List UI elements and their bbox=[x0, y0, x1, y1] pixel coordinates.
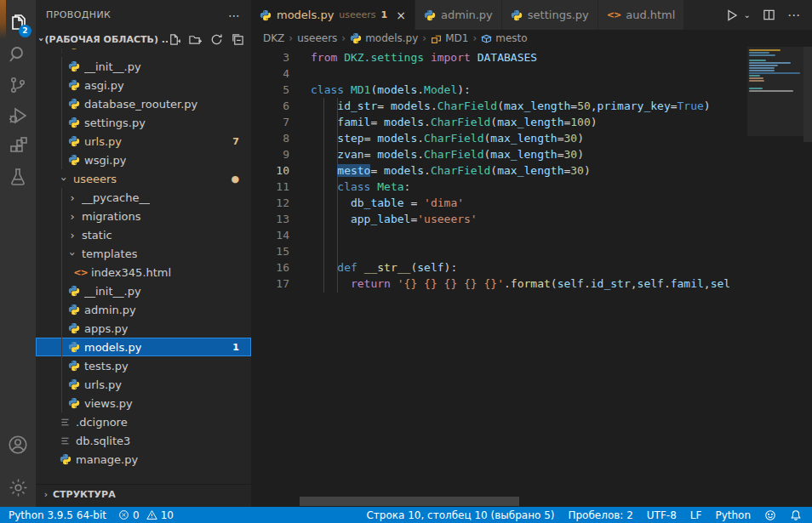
minimap-line bbox=[749, 80, 764, 82]
tree-item--dcignore[interactable]: .dcignore bbox=[36, 412, 251, 431]
activity-bar-search[interactable] bbox=[0, 39, 36, 70]
views-more-actions-icon[interactable]: ⋯ bbox=[228, 9, 241, 22]
tree-item-templates[interactable]: ›templates bbox=[36, 244, 251, 263]
tab-admin-py[interactable]: admin.py bbox=[415, 0, 502, 30]
tree-item-tests-py[interactable]: tests.py bbox=[36, 356, 251, 375]
tree-item-index345-html[interactable]: <>index345.html bbox=[36, 263, 251, 281]
tree-item-label: .dcignore bbox=[76, 416, 128, 429]
tree-item-useeers[interactable]: ›useeers● bbox=[36, 169, 251, 188]
code-line-3: from DKZ.settings import DATABASES bbox=[311, 49, 747, 65]
tree-item-urls-py[interactable]: urls.py bbox=[36, 375, 251, 394]
run-dropdown-chevron-icon[interactable]: ⌄ bbox=[744, 10, 751, 20]
new-file-icon[interactable] bbox=[168, 33, 180, 46]
activity-bar-explorer[interactable]: 2 bbox=[0, 9, 36, 39]
line-number: 3 bbox=[251, 49, 289, 65]
activity-bar-source-control[interactable] bbox=[0, 70, 36, 100]
tree-item-static[interactable]: ›static bbox=[36, 225, 251, 244]
activity-bar-manage-gear[interactable] bbox=[0, 472, 36, 503]
python-file-icon bbox=[66, 304, 81, 316]
generic-file-icon bbox=[58, 435, 72, 446]
outline-section-header[interactable]: › СТРУКТУРА bbox=[36, 484, 251, 503]
status-encoding[interactable]: UTF-8 bbox=[647, 509, 677, 521]
new-folder-icon[interactable] bbox=[189, 33, 202, 46]
code-line-15 bbox=[311, 243, 747, 259]
tree-item-indexelement[interactable]: indexelement bbox=[36, 48, 251, 57]
manage-gear-icon bbox=[8, 477, 29, 498]
tree-item-manage-py[interactable]: manage.py bbox=[36, 450, 251, 469]
status-label: UTF-8 bbox=[647, 509, 677, 521]
minimap[interactable] bbox=[747, 47, 803, 507]
indent-guide bbox=[61, 225, 62, 244]
tree-item-migrations[interactable]: ›migrations bbox=[36, 207, 251, 225]
tree-item-label: urls.py bbox=[84, 135, 122, 148]
editor-group: models.pyuseeers1×admin.pysettings.py<>a… bbox=[251, 0, 812, 507]
indent-guide bbox=[61, 151, 62, 169]
tree-item-models-py[interactable]: models.py1 bbox=[36, 338, 251, 356]
editor-actions: ⌄ ⋯ bbox=[713, 0, 812, 30]
source-control-icon bbox=[8, 75, 28, 95]
tree-item-settings-py[interactable]: settings.py bbox=[36, 113, 251, 132]
run-python-file-button[interactable] bbox=[725, 9, 739, 22]
breadcrumb-mesto[interactable]: mesto bbox=[481, 32, 527, 44]
collapse-all-icon[interactable] bbox=[232, 33, 244, 46]
code-line-16: def __str__(self): bbox=[311, 259, 747, 276]
warnings-icon bbox=[146, 509, 157, 520]
search-icon bbox=[8, 44, 28, 65]
tree-item-label: templates bbox=[82, 247, 137, 260]
tree-item-asgi-py[interactable]: asgi.py bbox=[36, 76, 251, 94]
tree-item--pycache-[interactable]: ›__pycache__ bbox=[36, 188, 251, 207]
refresh-icon[interactable] bbox=[210, 33, 223, 46]
split-editor-button[interactable] bbox=[763, 9, 775, 21]
tab-aud-html[interactable]: <>aud.html bbox=[598, 0, 685, 30]
breadcrumb-dkz[interactable]: DKZ bbox=[263, 32, 284, 44]
activity-bar-extensions[interactable] bbox=[0, 131, 36, 162]
code-line-8: step= models.CharField(max_length=30) bbox=[311, 130, 747, 146]
status-feedback[interactable] bbox=[764, 509, 776, 521]
close-icon[interactable]: × bbox=[396, 9, 406, 22]
status-indentation[interactable]: Пробелов: 2 bbox=[568, 509, 632, 521]
vertical-scrollbar[interactable] bbox=[803, 47, 812, 142]
tree-item-db-sqlite3[interactable]: db.sqlite3 bbox=[36, 431, 251, 450]
tab-settings-py[interactable]: settings.py bbox=[502, 0, 598, 30]
status-notifications[interactable] bbox=[790, 509, 802, 521]
python-file-icon bbox=[424, 9, 436, 21]
code-lines: from DKZ.settings import DATABASESclass … bbox=[311, 49, 747, 292]
python-file-icon bbox=[66, 154, 81, 166]
selected-text: mesto bbox=[337, 164, 370, 177]
breadcrumb-separator: › bbox=[341, 32, 346, 44]
line-number: 6 bbox=[251, 98, 289, 114]
tree-item-apps-py[interactable]: apps.py bbox=[36, 319, 251, 338]
activity-bar-accounts[interactable] bbox=[0, 429, 36, 460]
status-eol[interactable]: LF bbox=[690, 509, 702, 521]
status-python-interpreter[interactable]: Python 3.9.5 64-bit bbox=[9, 509, 106, 521]
line-number: 9 bbox=[251, 146, 289, 162]
testing-icon bbox=[8, 167, 28, 187]
tree-item--init-py[interactable]: __init__.py bbox=[36, 281, 251, 300]
tree-item-admin-py[interactable]: admin.py bbox=[36, 300, 251, 319]
activity-bar-testing[interactable] bbox=[0, 162, 36, 192]
tree-item-wsgi-py[interactable]: wsgi.py bbox=[36, 151, 251, 169]
status-label: LF bbox=[690, 509, 702, 521]
status-language-mode[interactable]: Python bbox=[715, 509, 751, 521]
tab-label: models.py bbox=[277, 9, 334, 21]
tree-item--init-py[interactable]: __init__.py bbox=[36, 57, 251, 76]
python-file-icon bbox=[66, 341, 81, 353]
tree-item-database-roouter-py[interactable]: database_roouter.py bbox=[36, 94, 251, 113]
breadcrumb-md1[interactable]: MD1 bbox=[431, 32, 468, 44]
breadcrumb-useeers[interactable]: useeers bbox=[297, 32, 337, 44]
line-number: 17 bbox=[251, 276, 289, 292]
tree-item-urls-py[interactable]: urls.py7 bbox=[36, 132, 251, 151]
status-cursor-position[interactable]: Строка 10, столбец 10 (выбрано 5) bbox=[366, 509, 554, 521]
workspace-section-header[interactable]: › (РАБОЧАЯ ОБЛАСТЬ) ... bbox=[36, 30, 251, 48]
minimap-line bbox=[749, 72, 800, 74]
code-line-4 bbox=[311, 65, 747, 82]
tree-item-views-py[interactable]: views.py bbox=[36, 394, 251, 412]
breadcrumb-models.py[interactable]: models.py bbox=[350, 32, 418, 44]
activity-bar-run-and-debug[interactable] bbox=[0, 100, 36, 131]
code-editor[interactable]: 34567891011121314151617 from DKZ.setting… bbox=[251, 47, 812, 507]
status-problems[interactable]: 010 bbox=[118, 509, 174, 521]
chevron-down-icon: › bbox=[66, 247, 79, 259]
tab-models-py[interactable]: models.pyuseeers1× bbox=[251, 0, 415, 30]
more-actions-icon[interactable]: ⋯ bbox=[787, 8, 800, 23]
horizontal-scrollbar[interactable] bbox=[300, 497, 519, 506]
